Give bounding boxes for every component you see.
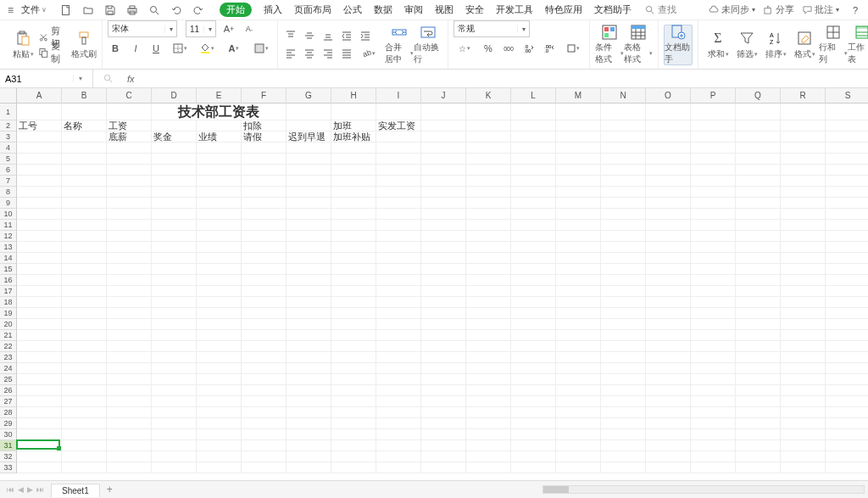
cell[interactable] (511, 396, 556, 407)
cell[interactable] (646, 209, 691, 220)
cell[interactable] (466, 220, 511, 231)
tab-security[interactable]: 安全 (465, 3, 484, 16)
cell[interactable] (556, 330, 601, 341)
cell[interactable] (152, 374, 197, 385)
type-convert-icon[interactable]: ▾ (562, 41, 584, 56)
cell[interactable] (197, 352, 242, 363)
fill-color-icon[interactable]: ▾ (196, 41, 218, 56)
cell[interactable] (376, 374, 421, 385)
cell[interactable] (511, 440, 556, 451)
cell[interactable] (781, 352, 826, 363)
cell[interactable] (287, 385, 331, 396)
cell[interactable] (601, 275, 646, 286)
cell[interactable] (331, 352, 376, 363)
cell[interactable] (17, 297, 62, 308)
cell[interactable] (556, 308, 601, 319)
cell[interactable] (152, 352, 197, 363)
cell[interactable] (242, 198, 287, 209)
cell[interactable] (17, 308, 62, 319)
cell[interactable] (152, 451, 197, 462)
row-header[interactable]: 29 (0, 418, 17, 429)
tab-pagelayout[interactable]: 页面布局 (294, 3, 331, 16)
cell[interactable] (421, 352, 466, 363)
cell[interactable] (152, 242, 197, 253)
row-header[interactable]: 8 (0, 187, 17, 198)
cell[interactable] (466, 396, 511, 407)
cell[interactable] (107, 308, 152, 319)
cell[interactable] (511, 363, 556, 374)
row-header[interactable]: 31 (0, 440, 17, 451)
cell[interactable] (107, 231, 152, 242)
cell[interactable] (421, 385, 466, 396)
cell[interactable] (62, 104, 107, 120)
cell[interactable] (107, 297, 152, 308)
cell[interactable] (691, 396, 736, 407)
cell[interactable] (556, 209, 601, 220)
cell[interactable] (17, 363, 62, 374)
sheet-nav[interactable]: ⏮ ◀ ▶ ⏭ (0, 485, 51, 494)
col-header[interactable]: N (601, 88, 646, 104)
cell[interactable] (601, 120, 646, 131)
cell[interactable] (62, 429, 107, 440)
cell[interactable] (287, 220, 331, 231)
cell[interactable] (781, 187, 826, 198)
cell[interactable] (376, 297, 421, 308)
cell[interactable] (287, 154, 331, 165)
cell[interactable] (736, 440, 781, 451)
cell[interactable] (691, 330, 736, 341)
tab-insert[interactable]: 插入 (264, 3, 282, 16)
copy-button[interactable]: 复制 (39, 46, 67, 59)
cell[interactable] (331, 154, 376, 165)
cell[interactable] (197, 242, 242, 253)
cell[interactable] (646, 275, 691, 286)
cell[interactable] (287, 462, 331, 473)
cell[interactable] (152, 154, 197, 165)
cell[interactable] (376, 220, 421, 231)
cell[interactable] (646, 165, 691, 176)
row-header[interactable]: 24 (0, 363, 17, 374)
cell[interactable] (826, 220, 868, 231)
currency-icon[interactable]: ☆▾ (453, 41, 476, 56)
cell[interactable] (331, 187, 376, 198)
cell[interactable] (556, 253, 601, 264)
cell[interactable] (466, 308, 511, 319)
cell[interactable] (242, 418, 287, 429)
cell[interactable] (511, 330, 556, 341)
cell[interactable] (466, 143, 511, 154)
cell[interactable] (331, 231, 376, 242)
cell[interactable] (197, 451, 242, 462)
cell[interactable] (17, 131, 62, 143)
cell[interactable] (556, 198, 601, 209)
cell[interactable] (826, 264, 868, 275)
cell[interactable] (242, 165, 287, 176)
row-header[interactable]: 5 (0, 154, 17, 165)
cell[interactable] (331, 143, 376, 154)
cell[interactable] (466, 275, 511, 286)
tab-formula[interactable]: 公式 (343, 3, 362, 16)
row-header[interactable]: 25 (0, 374, 17, 385)
col-header[interactable]: E (197, 88, 242, 104)
cell[interactable] (107, 198, 152, 209)
cell[interactable] (242, 451, 287, 462)
cell[interactable] (646, 297, 691, 308)
cell[interactable] (197, 286, 242, 297)
wrap-text-button[interactable]: 自动换行 (414, 25, 442, 65)
cell[interactable] (376, 176, 421, 187)
cell[interactable] (17, 352, 62, 363)
cell[interactable] (331, 341, 376, 352)
cell[interactable] (62, 143, 107, 154)
cell[interactable] (691, 242, 736, 253)
cell[interactable] (781, 286, 826, 297)
cell[interactable] (826, 451, 868, 462)
increase-decimal-icon[interactable]: .00.0 (542, 41, 557, 56)
cancel-edit-icon[interactable] (100, 71, 115, 87)
row-header[interactable]: 28 (0, 407, 17, 418)
cell[interactable] (376, 187, 421, 198)
col-header[interactable]: G (287, 88, 331, 104)
cell[interactable] (826, 120, 868, 131)
col-header[interactable]: O (646, 88, 691, 104)
col-header[interactable]: D (152, 88, 197, 104)
cell[interactable] (736, 396, 781, 407)
cell[interactable] (287, 297, 331, 308)
bold-icon[interactable]: B (108, 41, 123, 56)
